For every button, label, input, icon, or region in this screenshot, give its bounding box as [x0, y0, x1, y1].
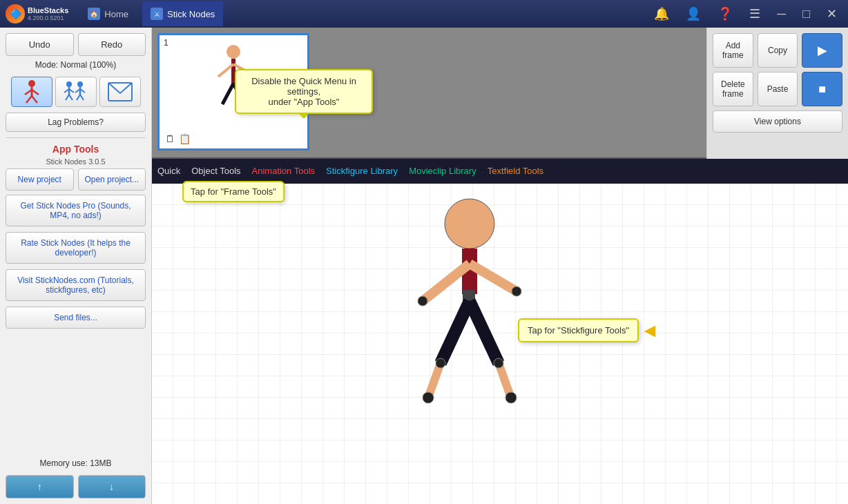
divider-1	[6, 137, 146, 138]
titlebar: 🔷 BlueStacks 4.200.0.5201 🏠 Home ⚔ Stick…	[0, 0, 848, 28]
stickfigure-tooltip-container: Tap for "Stickfigure Tools" ◄	[518, 318, 659, 342]
right-controls: Add frame Copy ▶ Delete frame Paste ■ Vi…	[706, 28, 848, 159]
envelope-button[interactable]	[99, 77, 141, 107]
svg-point-39	[494, 358, 503, 368]
toolbar-tabs: Quick Object Tools Animation Tools Stick…	[152, 159, 848, 184]
svg-line-30	[441, 301, 470, 363]
svg-point-12	[77, 81, 83, 87]
svg-point-25	[445, 199, 494, 249]
tab-stick-nodes[interactable]: ⚔ Stick Nodes	[142, 1, 223, 26]
svg-point-35	[512, 287, 521, 296]
frame-number: 1	[164, 38, 168, 48]
close-button[interactable]: ✕	[821, 3, 842, 24]
single-figure-icon	[22, 79, 41, 104]
tab-home[interactable]: 🏠 Home	[79, 1, 137, 26]
app-tools-version: Stick Nodes 3.0.5	[6, 157, 146, 166]
tab-movieclip-library[interactable]: Movieclip Library	[409, 163, 476, 180]
svg-line-23	[222, 84, 233, 104]
tab-object-tools[interactable]: Object Tools	[191, 163, 240, 180]
home-icon: 🏠	[88, 8, 100, 20]
visit-button[interactable]: Visit StickNodes.com (Tutorials, stickfi…	[6, 269, 146, 301]
envelope-icon	[108, 82, 133, 101]
tab-stickfigure-library[interactable]: Stickfigure Library	[326, 163, 398, 180]
stop-button[interactable]: ■	[802, 72, 842, 106]
svg-line-16	[77, 95, 80, 100]
delete-frame-button[interactable]: Delete frame	[713, 72, 753, 106]
project-buttons-row: New project Open project...	[6, 168, 146, 191]
group-figure-icon	[62, 79, 90, 104]
get-pro-button[interactable]: Get Stick Nodes Pro (Sounds, MP4, no ads…	[6, 195, 146, 226]
memory-text: Memory use: 13MB	[6, 457, 146, 469]
svg-line-17	[80, 95, 84, 100]
add-copy-row: Add frame Copy ▶	[713, 33, 842, 68]
paste-button[interactable]: Paste	[758, 72, 798, 106]
undo-button[interactable]: Undo	[6, 33, 74, 56]
bluestacks-icon: 🔷	[6, 4, 25, 23]
tooltip-down-arrow	[298, 113, 310, 125]
sticknodes-icon: ⚔	[151, 8, 163, 20]
frame-strip: 1 🗒 📋	[152, 28, 706, 159]
play-button[interactable]: ▶	[802, 33, 842, 68]
mode-text: Mode: Normal (100%)	[6, 59, 146, 71]
bluestacks-name: BlueStacks	[28, 6, 68, 14]
scroll-arrow-row: ↑ ↓	[6, 475, 146, 498]
single-figure-button[interactable]	[11, 77, 52, 107]
svg-point-37	[505, 392, 517, 403]
undo-redo-row: Undo Redo	[6, 33, 146, 56]
view-options-button[interactable]: View options	[713, 110, 842, 133]
svg-point-34	[418, 296, 427, 306]
right-panel: 1 🗒 📋	[152, 28, 848, 504]
main-layout: Undo Redo Mode: Normal (100%)	[0, 28, 848, 504]
group-figure-button[interactable]	[55, 77, 97, 107]
account-icon[interactable]: 👤	[680, 3, 706, 24]
sidebar: Undo Redo Mode: Normal (100%)	[0, 28, 152, 504]
svg-point-6	[66, 81, 72, 87]
stickfigure-arrow-left: ◄	[640, 321, 659, 340]
svg-point-38	[436, 358, 445, 368]
rate-button[interactable]: Rate Stick Nodes (It helps the developer…	[6, 232, 146, 264]
main-stickfigure	[394, 197, 546, 432]
svg-line-21	[218, 64, 233, 77]
redo-button[interactable]: Redo	[78, 33, 146, 56]
scroll-down-button[interactable]: ↓	[78, 475, 146, 498]
svg-point-0	[28, 80, 35, 87]
quick-menu-tooltip: Disable the Quick Menu in settings, unde…	[235, 69, 373, 114]
canvas-area[interactable]: Tap for "Stickfigure Tools" ◄	[152, 184, 848, 504]
add-frame-button[interactable]: Add frame	[713, 33, 753, 68]
send-files-button[interactable]: Send files...	[6, 307, 146, 329]
svg-point-19	[227, 45, 240, 59]
svg-line-10	[66, 95, 69, 100]
svg-line-4	[26, 96, 32, 103]
svg-line-5	[32, 96, 37, 103]
open-project-button[interactable]: Open project...	[78, 168, 146, 191]
stickfigure-tools-tooltip: Tap for "Stickfigure Tools"	[518, 318, 639, 342]
frame-tools-tooltip: Tap for "Frame Tools"	[182, 181, 285, 202]
app-tools-title: App Tools	[6, 144, 146, 155]
tool-icon-row	[6, 77, 146, 107]
quick-menu-tooltip-container: Disable the Quick Menu in settings, unde…	[235, 69, 373, 114]
frame-area: 1 🗒 📋	[152, 28, 848, 159]
minimize-button[interactable]: ─	[771, 4, 791, 24]
maximize-button[interactable]: □	[797, 4, 816, 24]
frame-icon-2: 📋	[179, 133, 191, 144]
delete-paste-row: Delete frame Paste ■	[713, 72, 842, 106]
tab-quick[interactable]: Quick	[157, 163, 180, 180]
copy-button[interactable]: Copy	[758, 33, 798, 68]
help-icon[interactable]: ❓	[712, 3, 738, 24]
bluestacks-logo: 🔷 BlueStacks 4.200.0.5201	[6, 4, 68, 23]
tab-textfield-tools[interactable]: Textfield Tools	[488, 163, 543, 180]
new-project-button[interactable]: New project	[6, 168, 74, 191]
bluestacks-version: 4.200.0.5201	[28, 14, 68, 21]
notification-icon[interactable]: 🔔	[648, 3, 675, 24]
svg-point-36	[423, 392, 434, 403]
tab-animation-tools[interactable]: Animation Tools	[252, 163, 316, 180]
frame-icon-1: 🗒	[165, 133, 175, 144]
svg-line-31	[470, 301, 499, 363]
scroll-up-button[interactable]: ↑	[6, 475, 74, 498]
menu-icon[interactable]: ☰	[744, 3, 766, 24]
frame-bottom-icons: 🗒 📋	[165, 133, 191, 144]
svg-line-11	[69, 95, 73, 100]
lag-problems-button[interactable]: Lag Problems?	[6, 113, 146, 132]
